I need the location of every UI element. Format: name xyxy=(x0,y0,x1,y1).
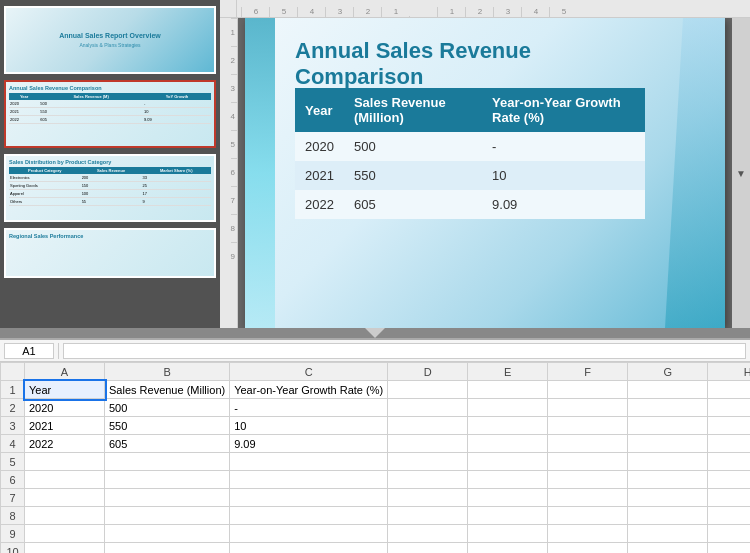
cell-r2c8[interactable] xyxy=(708,399,750,417)
cell-r2c3[interactable]: - xyxy=(230,399,388,417)
cell-r8c3[interactable] xyxy=(230,507,388,525)
cell-r1c4[interactable] xyxy=(388,381,468,399)
cell-r1c1[interactable]: Year xyxy=(25,381,105,399)
cell-r5c3[interactable] xyxy=(230,453,388,471)
cell-r7c6[interactable] xyxy=(548,489,628,507)
col-header-g[interactable]: G xyxy=(628,363,708,381)
cell-r10c8[interactable] xyxy=(708,543,750,554)
cell-r7c5[interactable] xyxy=(468,489,548,507)
cell-r2c5[interactable] xyxy=(468,399,548,417)
cell-r1c5[interactable] xyxy=(468,381,548,399)
row-header-6[interactable]: 6 xyxy=(1,471,25,489)
cell-r9c4[interactable] xyxy=(388,525,468,543)
cell-r6c8[interactable] xyxy=(708,471,750,489)
formula-input[interactable] xyxy=(63,343,746,359)
slide-thumb-3[interactable]: Sales Distribution by Product Category P… xyxy=(4,154,216,222)
slide-thumb-2[interactable]: Annual Sales Revenue Comparison Year Sal… xyxy=(4,80,216,148)
cell-r6c4[interactable] xyxy=(388,471,468,489)
collapse-arrow[interactable] xyxy=(365,328,385,338)
row-header-1[interactable]: 1 xyxy=(1,381,25,399)
col-header-d[interactable]: D xyxy=(388,363,468,381)
cell-r5c8[interactable] xyxy=(708,453,750,471)
cell-r10c7[interactable] xyxy=(628,543,708,554)
cell-r9c2[interactable] xyxy=(105,525,230,543)
cell-r3c6[interactable] xyxy=(548,417,628,435)
cell-r5c1[interactable] xyxy=(25,453,105,471)
cell-r3c5[interactable] xyxy=(468,417,548,435)
row-header-9[interactable]: 9 xyxy=(1,525,25,543)
cell-r7c2[interactable] xyxy=(105,489,230,507)
cell-r1c3[interactable]: Year-on-Year Growth Rate (%) xyxy=(230,381,388,399)
cell-r3c3[interactable]: 10 xyxy=(230,417,388,435)
col-header-c[interactable]: C xyxy=(230,363,388,381)
row-header-8[interactable]: 8 xyxy=(1,507,25,525)
cell-r2c6[interactable] xyxy=(548,399,628,417)
cell-r8c5[interactable] xyxy=(468,507,548,525)
cell-r8c2[interactable] xyxy=(105,507,230,525)
vertical-scrollbar[interactable]: ▼ xyxy=(732,18,750,328)
cell-r10c3[interactable] xyxy=(230,543,388,554)
cell-r4c3[interactable]: 9.09 xyxy=(230,435,388,453)
cell-r9c7[interactable] xyxy=(628,525,708,543)
cell-r4c5[interactable] xyxy=(468,435,548,453)
cell-reference-input[interactable] xyxy=(4,343,54,359)
cell-r4c6[interactable] xyxy=(548,435,628,453)
col-header-a[interactable]: A xyxy=(25,363,105,381)
cell-r2c1[interactable]: 2020 xyxy=(25,399,105,417)
cell-r2c2[interactable]: 500 xyxy=(105,399,230,417)
cell-r8c1[interactable] xyxy=(25,507,105,525)
cell-r9c6[interactable] xyxy=(548,525,628,543)
cell-r9c8[interactable] xyxy=(708,525,750,543)
col-header-h[interactable]: H xyxy=(708,363,750,381)
cell-r5c6[interactable] xyxy=(548,453,628,471)
slide-thumb-4[interactable]: Regional Sales Performance xyxy=(4,228,216,278)
cell-r7c8[interactable] xyxy=(708,489,750,507)
cell-r1c6[interactable] xyxy=(548,381,628,399)
cell-r10c2[interactable] xyxy=(105,543,230,554)
cell-r7c1[interactable] xyxy=(25,489,105,507)
cell-r10c1[interactable] xyxy=(25,543,105,554)
row-header-10[interactable]: 10 xyxy=(1,543,25,554)
cell-r7c3[interactable] xyxy=(230,489,388,507)
cell-r6c6[interactable] xyxy=(548,471,628,489)
cell-r7c4[interactable] xyxy=(388,489,468,507)
cell-r3c4[interactable] xyxy=(388,417,468,435)
cell-r1c7[interactable] xyxy=(628,381,708,399)
cell-r4c8[interactable] xyxy=(708,435,750,453)
cell-r2c7[interactable] xyxy=(628,399,708,417)
cell-r10c4[interactable] xyxy=(388,543,468,554)
cell-r5c2[interactable] xyxy=(105,453,230,471)
cell-r6c1[interactable] xyxy=(25,471,105,489)
cell-r8c4[interactable] xyxy=(388,507,468,525)
cell-r9c5[interactable] xyxy=(468,525,548,543)
row-header-2[interactable]: 2 xyxy=(1,399,25,417)
col-header-f[interactable]: F xyxy=(548,363,628,381)
cell-r9c1[interactable] xyxy=(25,525,105,543)
cell-r2c4[interactable] xyxy=(388,399,468,417)
cell-r1c2[interactable]: Sales Revenue (Million) xyxy=(105,381,230,399)
cell-r3c7[interactable] xyxy=(628,417,708,435)
row-header-3[interactable]: 3 xyxy=(1,417,25,435)
cell-r3c1[interactable]: 2021 xyxy=(25,417,105,435)
cell-r9c3[interactable] xyxy=(230,525,388,543)
cell-r5c7[interactable] xyxy=(628,453,708,471)
col-header-b[interactable]: B xyxy=(105,363,230,381)
slide-thumb-1[interactable]: Annual Sales Report Overview Analysis & … xyxy=(4,6,216,74)
cell-r8c6[interactable] xyxy=(548,507,628,525)
cell-r7c7[interactable] xyxy=(628,489,708,507)
row-header-7[interactable]: 7 xyxy=(1,489,25,507)
cell-r8c7[interactable] xyxy=(628,507,708,525)
cell-r4c2[interactable]: 605 xyxy=(105,435,230,453)
cell-r3c2[interactable]: 550 xyxy=(105,417,230,435)
cell-r4c4[interactable] xyxy=(388,435,468,453)
cell-r5c4[interactable] xyxy=(388,453,468,471)
cell-r6c3[interactable] xyxy=(230,471,388,489)
cell-r1c8[interactable] xyxy=(708,381,750,399)
cell-r5c5[interactable] xyxy=(468,453,548,471)
row-header-4[interactable]: 4 xyxy=(1,435,25,453)
col-header-e[interactable]: E xyxy=(468,363,548,381)
cell-r6c2[interactable] xyxy=(105,471,230,489)
cell-r10c6[interactable] xyxy=(548,543,628,554)
cell-r8c8[interactable] xyxy=(708,507,750,525)
cell-r6c7[interactable] xyxy=(628,471,708,489)
